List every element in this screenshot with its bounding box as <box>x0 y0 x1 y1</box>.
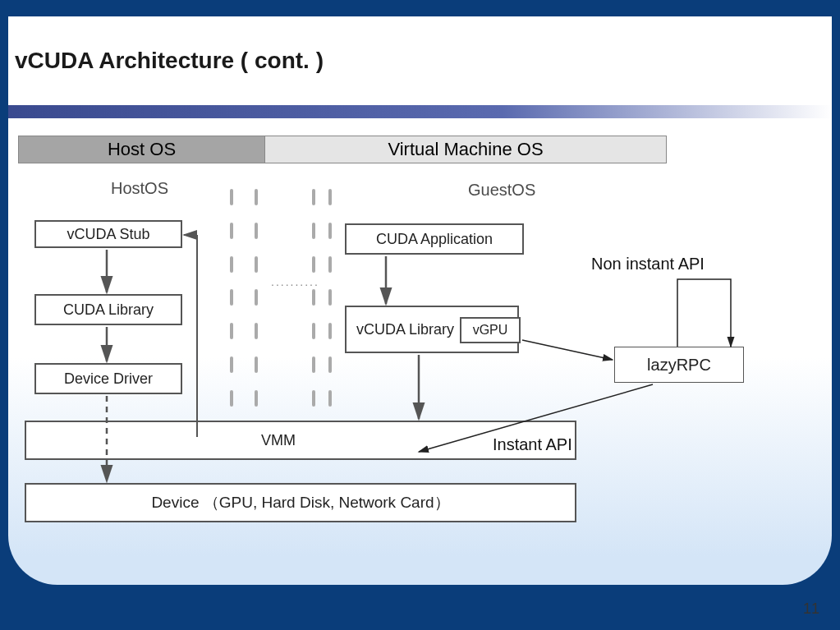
slide-frame: vCUDA Architecture ( cont. ) Host OS Vir… <box>8 16 832 585</box>
slide-title: vCUDA Architecture ( cont. ) <box>15 48 324 74</box>
title-divider <box>8 105 832 118</box>
os-header-row: Host OS Virtual Machine OS <box>18 136 667 163</box>
page-number: 11 <box>803 600 819 618</box>
vm-os-header: Virtual Machine OS <box>265 136 666 163</box>
architecture-diagram: HostOS GuestOS ·········· vCUDA Stub CUD… <box>25 172 813 550</box>
svg-line-7 <box>419 384 653 452</box>
host-os-header: Host OS <box>19 136 265 163</box>
svg-line-8 <box>522 340 613 360</box>
arrows-svg <box>25 172 813 550</box>
